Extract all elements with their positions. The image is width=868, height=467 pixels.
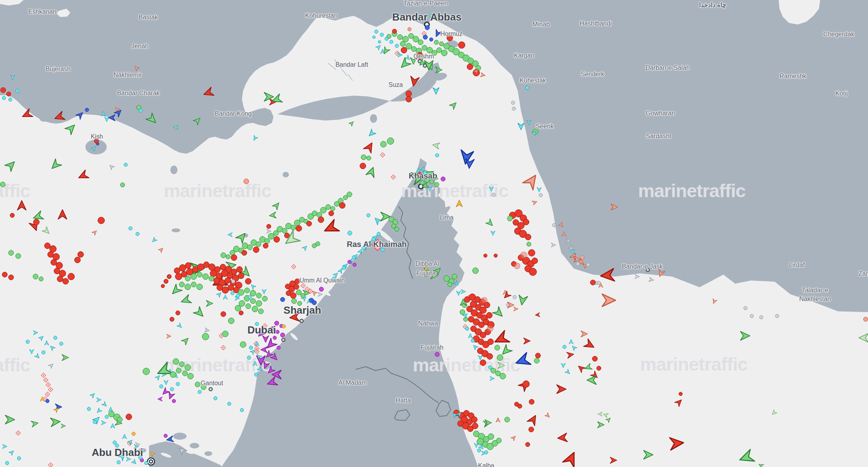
vessel-arrow-marker[interactable]	[4, 414, 15, 425]
vessel-circle-marker[interactable]	[487, 326, 493, 332]
vessel-circle-marker[interactable]	[352, 256, 356, 260]
vessel-arrow-marker[interactable]	[559, 222, 564, 227]
vessel-arrow-marker[interactable]	[39, 335, 44, 341]
vessel-circle-marker[interactable]	[77, 251, 84, 258]
vessel-circle-marker[interactable]	[472, 267, 479, 274]
vessel-circle-marker[interactable]	[347, 192, 352, 197]
vessel-circle-marker[interactable]	[128, 226, 132, 230]
vessel-circle-marker[interactable]	[132, 432, 136, 436]
vessel-circle-marker[interactable]	[2, 272, 8, 277]
vessel-circle-marker[interactable]	[240, 408, 244, 412]
vessel-circle-marker[interactable]	[280, 297, 285, 302]
vessel-circle-marker[interactable]	[10, 213, 15, 218]
vessel-circle-marker[interactable]	[467, 64, 473, 70]
vessel-circle-marker[interactable]	[408, 27, 411, 31]
vessel-arrow-marker[interactable]	[96, 408, 102, 414]
vessel-arrow-marker[interactable]	[132, 459, 137, 465]
vessel-circle-marker[interactable]	[117, 417, 123, 422]
vessel-arrow-marker[interactable]	[177, 323, 183, 329]
vessel-circle-marker[interactable]	[576, 262, 580, 266]
vessel-circle-marker[interactable]	[74, 257, 81, 263]
vessel-arrow-marker[interactable]	[497, 362, 505, 369]
vessel-arrow-marker[interactable]	[90, 392, 96, 398]
vessel-circle-marker[interactable]	[161, 284, 165, 288]
vessel-arrow-marker[interactable]	[524, 173, 540, 189]
vessel-arrow-marker[interactable]	[223, 294, 228, 300]
vessel-arrow-marker[interactable]	[151, 237, 157, 243]
vessel-circle-marker[interactable]	[586, 263, 590, 267]
port-diamond-icon[interactable]	[379, 152, 386, 158]
vessel-circle-marker[interactable]	[202, 273, 209, 280]
vessel-arrow-marker[interactable]	[643, 449, 654, 460]
vessel-circle-marker[interactable]	[441, 177, 445, 181]
port-diamond-icon[interactable]	[390, 174, 396, 180]
vessel-arrow-marker[interactable]	[450, 101, 458, 109]
vessel-arrow-marker[interactable]	[515, 353, 530, 369]
vessel-circle-marker[interactable]	[274, 236, 280, 243]
vessel-circle-marker[interactable]	[441, 50, 447, 56]
vessel-arrow-marker[interactable]	[102, 402, 108, 407]
vessel-arrow-marker[interactable]	[584, 339, 595, 350]
vessel-circle-marker[interactable]	[420, 180, 425, 185]
vessel-arrow-marker[interactable]	[44, 340, 49, 346]
vessel-circle-marker[interactable]	[291, 298, 297, 304]
vessel-circle-marker[interactable]	[361, 154, 366, 160]
vessel-circle-marker[interactable]	[250, 298, 256, 304]
vessel-circle-marker[interactable]	[68, 273, 75, 280]
vessel-circle-marker[interactable]	[136, 232, 140, 236]
vessel-arrow-marker[interactable]	[266, 377, 277, 388]
vessel-circle-marker[interactable]	[236, 294, 240, 298]
vessel-arrow-marker[interactable]	[54, 111, 65, 122]
vessel-circle-marker[interactable]	[315, 241, 320, 246]
vessel-arrow-marker[interactable]	[163, 380, 169, 385]
vessel-circle-marker[interactable]	[235, 305, 241, 311]
vessel-arrow-marker[interactable]	[657, 269, 665, 277]
vessel-arrow-marker[interactable]	[571, 345, 577, 350]
vessel-arrow-marker[interactable]	[9, 450, 15, 455]
vessel-circle-marker[interactable]	[144, 461, 148, 465]
vessel-arrow-marker[interactable]	[513, 306, 519, 312]
vessel-arrow-marker[interactable]	[457, 411, 462, 417]
vessel-circle-marker[interactable]	[484, 450, 488, 454]
vessel-arrow-marker[interactable]	[474, 68, 479, 74]
vessel-circle-marker[interactable]	[45, 399, 49, 403]
vessel-arrow-marker[interactable]	[551, 242, 556, 248]
vessel-arrow-marker[interactable]	[217, 292, 222, 297]
vessel-circle-marker[interactable]	[488, 365, 492, 369]
vessel-arrow-marker[interactable]	[252, 136, 258, 141]
vessel-arrow-marker[interactable]	[858, 332, 868, 343]
vessel-arrow-marker[interactable]	[273, 201, 281, 209]
vessel-circle-marker[interactable]	[253, 247, 259, 253]
vessel-circle-marker[interactable]	[360, 163, 366, 169]
vessel-arrow-marker[interactable]	[511, 435, 517, 441]
vessel-circle-marker[interactable]	[182, 371, 188, 376]
vessel-circle-marker[interactable]	[124, 163, 128, 167]
vessel-arrow-marker[interactable]	[580, 330, 588, 338]
vessel-arrow-marker[interactable]	[565, 369, 571, 375]
vessel-arrow-marker[interactable]	[302, 245, 308, 250]
vessel-circle-marker[interactable]	[258, 309, 264, 314]
vessel-circle-marker[interactable]	[392, 29, 397, 34]
vessel-arrow-marker[interactable]	[76, 111, 84, 119]
vessel-arrow-marker[interactable]	[236, 232, 247, 243]
vessel-arrow-marker[interactable]	[31, 420, 39, 427]
vessel-arrow-marker[interactable]	[526, 120, 532, 125]
vessel-circle-marker[interactable]	[480, 360, 486, 366]
vessel-arrow-marker[interactable]	[266, 228, 272, 234]
vessel-circle-marker[interactable]	[33, 219, 40, 225]
vessel-arrow-marker[interactable]	[227, 232, 233, 237]
vessel-arrow-marker[interactable]	[634, 274, 640, 279]
vessel-circle-marker[interactable]	[231, 279, 235, 283]
vessel-arrow-marker[interactable]	[649, 277, 654, 282]
vessel-arrow-marker[interactable]	[432, 141, 440, 149]
vessel-circle-marker[interactable]	[596, 366, 601, 371]
vessel-arrow-marker[interactable]	[157, 396, 163, 402]
vessel-circle-marker[interactable]	[759, 315, 763, 319]
vessel-arrow-marker[interactable]	[493, 307, 504, 318]
vessel-circle-marker[interactable]	[228, 318, 234, 324]
vessel-arrow-marker[interactable]	[204, 328, 210, 333]
vessel-arrow-marker[interactable]	[49, 345, 55, 350]
vessel-circle-marker[interactable]	[33, 274, 38, 279]
vessel-circle-marker[interactable]	[120, 183, 125, 187]
vessel-circle-marker[interactable]	[306, 221, 312, 226]
